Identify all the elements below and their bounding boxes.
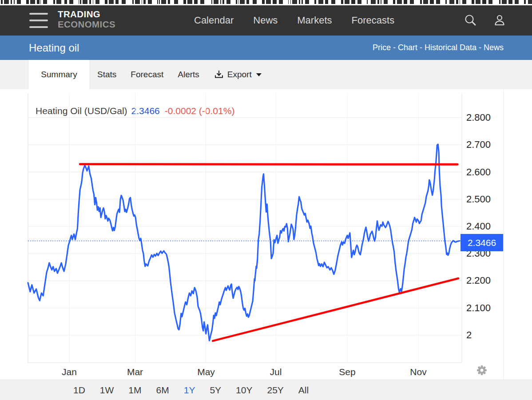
y-axis-label: 2.700: [466, 139, 504, 150]
x-axis-label: Nov: [405, 366, 432, 378]
page: TRADING ECONOMICS Calendar News Markets …: [0, 0, 532, 400]
y-axis-label: 2.600: [466, 166, 504, 178]
x-axis-label: May: [193, 366, 219, 378]
y-axis-label: 2.500: [466, 194, 504, 205]
range-1w[interactable]: 1W: [100, 385, 114, 396]
x-axis-label: Sep: [334, 366, 361, 378]
range-6m[interactable]: 6M: [156, 385, 169, 396]
y-axis-label: 2.800: [466, 112, 504, 123]
range-5y[interactable]: 5Y: [210, 385, 221, 396]
range-1d[interactable]: 1D: [73, 385, 85, 396]
x-axis-label: Mar: [122, 366, 148, 378]
y-axis-label: 2: [466, 329, 504, 341]
y-axis-label: 2.100: [466, 302, 504, 314]
range-selector: 1D 1W 1M 6M 1Y 5Y 10Y 25Y All: [0, 380, 532, 400]
range-1m[interactable]: 1M: [128, 385, 141, 396]
chart-settings-icon[interactable]: [475, 364, 488, 377]
range-1y[interactable]: 1Y: [184, 385, 195, 396]
y-axis-label: 2.400: [466, 221, 504, 232]
x-axis-label: Jan: [56, 366, 83, 378]
price-chart[interactable]: [0, 0, 532, 400]
x-axis-label: Jul: [262, 366, 289, 378]
chart-card: Heating Oil (USD/Gal)2.3466-0.0002 (-0.0…: [0, 89, 532, 380]
range-all[interactable]: All: [298, 385, 309, 396]
y-axis-label: 2.200: [466, 275, 504, 286]
range-25y[interactable]: 25Y: [267, 385, 283, 396]
current-price-badge: 2.3466: [461, 234, 503, 251]
range-10y[interactable]: 10Y: [236, 385, 252, 396]
